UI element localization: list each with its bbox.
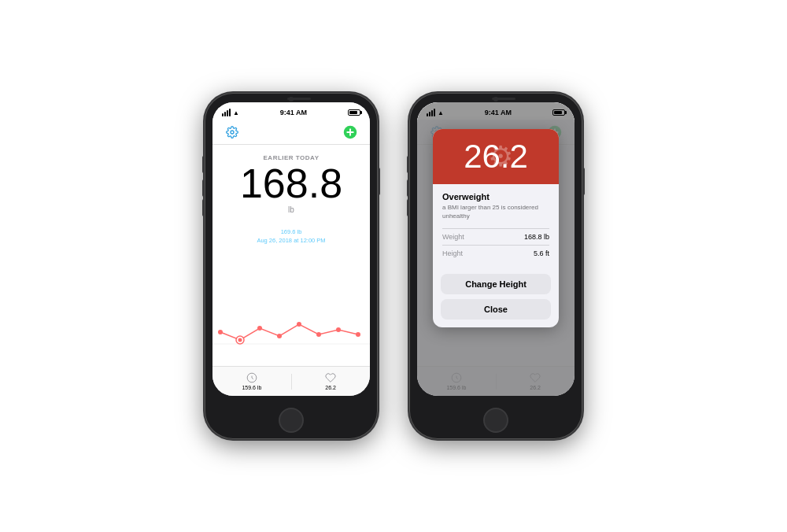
svg-point-9 [297, 322, 301, 327]
tab-weight-value-1: 159.6 lb [242, 385, 261, 390]
svg-point-10 [316, 332, 321, 337]
nav-bar-1 [212, 120, 370, 145]
signal-bars-1 [222, 109, 231, 116]
signal-bar [222, 113, 224, 116]
battery-1 [348, 109, 360, 116]
overweight-title: Overweight [442, 192, 549, 201]
svg-point-14 [238, 338, 242, 342]
tab-bmi-1[interactable]: 26.2 [291, 372, 370, 390]
overweight-desc: a BMI larger than 25 is considered unhea… [442, 203, 549, 220]
modal-actions: Change Height Close [433, 268, 559, 327]
signal-bar [229, 109, 231, 116]
phone-body-1: ▲ 9:41 AM [205, 93, 378, 439]
weight-chart [212, 297, 370, 360]
weight-stat-value: 168.8 lb [524, 233, 549, 241]
phone-2: ▲ 9:41 AM [409, 93, 582, 439]
tab-bar-1: 159.6 lb 26.2 [212, 366, 370, 396]
height-stat-label: Height [442, 249, 463, 257]
weight-stat-row: Weight 168.8 lb [442, 228, 549, 245]
chart-tooltip-1: 169.6 lb Aug 26, 2018 at 12:00 PM [257, 228, 325, 245]
modal-overlay: ⚙ 26.2 Overweight a BMI larger than 25 i… [417, 102, 575, 396]
weight-stat-label: Weight [442, 233, 464, 241]
battery-fill-1 [349, 111, 357, 114]
wifi-icon-1: ▲ [233, 109, 239, 116]
svg-point-8 [277, 334, 282, 338]
tab-weight-1[interactable]: 159.6 lb [212, 372, 291, 390]
phone-body-2: ▲ 9:41 AM [409, 93, 582, 439]
svg-point-0 [231, 131, 234, 134]
tab-bmi-value-1: 26.2 [325, 385, 336, 390]
close-button[interactable]: Close [441, 299, 551, 320]
settings-button-1[interactable] [224, 124, 241, 141]
status-left-1: ▲ [222, 109, 239, 116]
home-button-2[interactable] [483, 408, 508, 433]
phone-screen-2: ▲ 9:41 AM [417, 102, 575, 396]
svg-point-7 [257, 326, 262, 331]
chart-area-1: 169.6 lb Aug 26, 2018 at 12:00 PM [212, 220, 370, 360]
bmi-header: ⚙ 26.2 [433, 129, 559, 184]
chart-date-label: Aug 26, 2018 at 12:00 PM [257, 237, 325, 244]
bmi-modal-card: ⚙ 26.2 Overweight a BMI larger than 25 i… [433, 129, 559, 327]
speaker-1 [287, 98, 311, 100]
svg-point-11 [336, 327, 341, 332]
status-bar-1: ▲ 9:41 AM [212, 102, 370, 120]
modal-body: Overweight a BMI larger than 25 is consi… [433, 184, 559, 268]
home-button-1[interactable] [279, 408, 304, 433]
height-stat-value: 5.6 ft [534, 249, 549, 257]
phone-1: ▲ 9:41 AM [205, 93, 378, 439]
svg-point-5 [218, 330, 223, 334]
speaker-2 [492, 98, 515, 100]
phone-screen-1: ▲ 9:41 AM [212, 102, 370, 396]
main-content-1: EARLIER TODAY 168.8 lb 169.6 lb Aug 26, … [212, 145, 370, 366]
height-stat-row: Height 5.6 ft [442, 245, 549, 261]
signal-bar [227, 110, 228, 116]
change-height-button[interactable]: Change Height [441, 274, 551, 294]
add-button-1[interactable] [342, 124, 359, 141]
signal-bar [224, 112, 226, 116]
status-time-1: 9:41 AM [280, 109, 307, 116]
status-right-1 [348, 109, 360, 116]
chart-weight-label: 169.6 lb [281, 228, 302, 235]
weight-unit-1: lb [288, 205, 294, 214]
svg-point-12 [356, 332, 360, 337]
bmi-bg-icon: ⚙ [488, 140, 513, 173]
weight-display-1: 168.8 [240, 163, 342, 204]
